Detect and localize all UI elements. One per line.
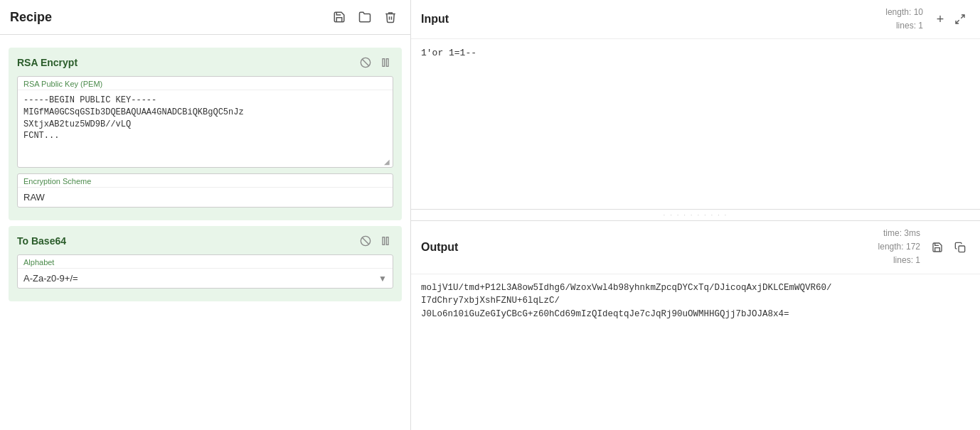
rsa-key-textarea[interactable]: -----BEGIN PUBLIC KEY----- MIGfMA0GCSqGS… [18, 90, 393, 154]
output-time-label: time: [883, 228, 904, 238]
input-header: Input length: 10 lines: 1 + [411, 0, 980, 39]
svg-line-1 [362, 59, 368, 65]
rsa-encrypt-controls [358, 55, 393, 70]
output-length-value: 172 [906, 242, 920, 252]
encryption-scheme-input[interactable] [18, 188, 393, 207]
rsa-encrypt-header: RSA Encrypt [17, 55, 393, 70]
output-lines-label: lines: [893, 255, 915, 265]
output-meta: time: 3ms length: 172 lines: 1 [878, 227, 920, 268]
svg-line-9 [956, 21, 959, 24]
output-lines-value: 1 [915, 255, 920, 265]
encryption-scheme-field-group: Encryption Scheme [17, 173, 393, 208]
output-copy-button[interactable] [950, 237, 970, 257]
svg-rect-3 [386, 59, 388, 67]
output-title: Output [421, 241, 878, 254]
resize-handle[interactable]: ◢ [18, 156, 393, 167]
right-panel: Input length: 10 lines: 1 + 1'or 1=1-- ·… [411, 0, 980, 430]
to-base64-pause-button[interactable] [378, 233, 393, 249]
svg-line-8 [961, 15, 964, 18]
output-actions [927, 237, 970, 257]
to-base64-disable-button[interactable] [358, 233, 373, 249]
open-button[interactable] [355, 7, 375, 27]
alphabet-select[interactable]: A-Za-z0-9+/= A-Za-z0-9-_ [18, 269, 393, 288]
recipe-body: RSA Encrypt [0, 35, 410, 430]
rsa-key-label: RSA Public Key (PEM) [18, 77, 393, 90]
recipe-title: Recipe [10, 10, 329, 25]
input-length-label: length: [885, 7, 913, 17]
to-base64-title: To Base64 [17, 235, 358, 247]
rsa-encrypt-block: RSA Encrypt [9, 48, 402, 220]
svg-line-5 [362, 237, 368, 244]
input-content[interactable]: 1'or 1=1-- [411, 39, 980, 209]
to-base64-controls [358, 233, 393, 249]
input-lines-value: 1 [918, 21, 923, 31]
left-panel: Recipe [0, 0, 411, 430]
output-length-label: length: [878, 242, 906, 252]
output-time-value: 3ms [904, 228, 920, 238]
alphabet-label: Alphabet [18, 255, 393, 269]
svg-rect-10 [959, 246, 965, 252]
rsa-encrypt-disable-button[interactable] [358, 55, 373, 70]
svg-rect-6 [383, 237, 385, 245]
recipe-header: Recipe [0, 0, 410, 35]
alphabet-select-wrapper: A-Za-z0-9+/= A-Za-z0-9-_ ▼ [18, 269, 393, 288]
svg-rect-2 [383, 59, 385, 67]
output-content: moljV1U/tmd+P12L3A8ow5Idhg6/WzoxVwl4b98y… [411, 274, 980, 430]
encryption-scheme-label: Encryption Scheme [18, 174, 393, 188]
delete-button[interactable] [380, 7, 400, 27]
alphabet-field-group: Alphabet A-Za-z0-9+/= A-Za-z0-9-_ ▼ [17, 254, 393, 289]
to-base64-header: To Base64 [17, 233, 393, 249]
rsa-encrypt-title: RSA Encrypt [17, 57, 358, 68]
output-header: Output time: 3ms length: 172 lines: 1 [411, 221, 980, 274]
input-length-value: 10 [914, 7, 923, 17]
input-meta: length: 10 lines: 1 [885, 6, 923, 33]
input-section: Input length: 10 lines: 1 + 1'or 1=1-- [411, 0, 980, 210]
svg-rect-7 [386, 237, 388, 245]
input-lines-label: lines: [896, 21, 918, 31]
rsa-encrypt-pause-button[interactable] [378, 55, 393, 70]
input-add-button[interactable]: + [930, 9, 950, 29]
input-title: Input [421, 13, 885, 26]
output-section: Output time: 3ms length: 172 lines: 1 [411, 220, 980, 430]
panel-divider: · · · · · · · · · · [411, 210, 980, 220]
output-save-button[interactable] [927, 237, 947, 257]
save-button[interactable] [329, 7, 349, 27]
input-expand-button[interactable] [950, 9, 970, 29]
rsa-key-field-group: RSA Public Key (PEM) -----BEGIN PUBLIC K… [17, 76, 393, 168]
to-base64-block: To Base64 [9, 226, 402, 301]
recipe-icons [329, 7, 400, 27]
